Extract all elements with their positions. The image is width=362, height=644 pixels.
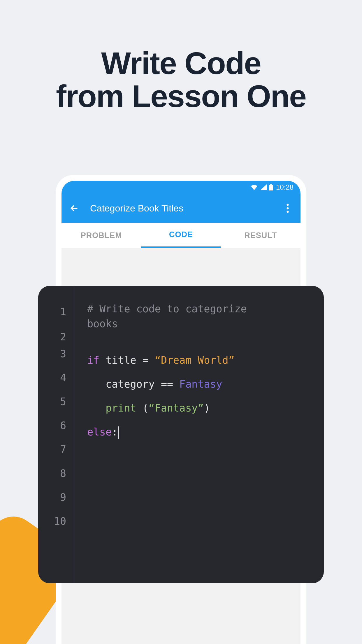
svg-point-3 [287, 207, 289, 209]
headline-line-1: Write Code [0, 47, 362, 80]
code-line: # Write code to categorize [87, 300, 324, 318]
line-number: 3 [38, 342, 74, 366]
paren: ) [204, 402, 210, 414]
headline-line-2: from Lesson One [0, 80, 362, 113]
line-number: 10 [38, 509, 74, 533]
string-literal: “Fantasy” [149, 402, 204, 414]
svg-rect-1 [270, 184, 272, 185]
wifi-icon [250, 184, 258, 190]
variable: title [99, 354, 143, 366]
code-line: category == Fantasy [87, 372, 324, 396]
svg-rect-0 [269, 185, 273, 190]
code-line: print (“Fantasy”) [87, 396, 324, 420]
keyword: else [87, 426, 112, 438]
variable: category [106, 378, 161, 390]
more-vertical-icon [287, 204, 289, 213]
comment-text: # Write code to categorize [87, 303, 247, 315]
function-name: print [106, 402, 136, 414]
keyword: if [87, 354, 99, 366]
code-line: if title = “Dream World” [87, 348, 324, 372]
line-number: 5 [38, 390, 74, 414]
value: Fantasy [173, 378, 222, 390]
line-number: 7 [38, 438, 74, 461]
line-number: 9 [38, 485, 74, 509]
code-line: else: [87, 420, 324, 444]
line-number: 8 [38, 461, 74, 485]
comment-text: books [87, 318, 118, 330]
code-line: books [87, 318, 324, 336]
svg-point-2 [287, 204, 289, 206]
tab-result[interactable]: RESULT [221, 223, 301, 248]
tab-problem[interactable]: PROBLEM [61, 223, 141, 248]
tabs: PROBLEM CODE RESULT [61, 223, 301, 248]
indent [87, 402, 106, 414]
app-bar: Categorize Book Titles [61, 194, 301, 223]
operator: = [143, 354, 149, 366]
svg-point-4 [287, 211, 289, 213]
code-area[interactable]: # Write code to categorize books if titl… [74, 286, 324, 583]
tab-code[interactable]: CODE [141, 223, 221, 248]
string-literal: “Dream World” [149, 354, 235, 366]
more-button[interactable] [282, 202, 294, 214]
app-bar-title: Categorize Book Titles [90, 203, 282, 214]
text-cursor [118, 426, 119, 439]
arrow-left-icon [69, 203, 80, 214]
operator: == [161, 378, 173, 390]
paren: ( [136, 402, 149, 414]
line-number: 4 [38, 366, 74, 390]
line-number-gutter: 1 2 3 4 5 6 7 8 9 10 [38, 286, 74, 583]
line-number: 1 [38, 300, 74, 324]
code-editor[interactable]: 1 2 3 4 5 6 7 8 9 10 # Write code to cat… [38, 286, 324, 583]
indent [87, 378, 106, 390]
status-bar: 10:28 [61, 181, 301, 194]
code-line [87, 336, 324, 348]
back-button[interactable] [68, 202, 80, 214]
colon: : [112, 426, 118, 438]
line-number: 2 [38, 324, 74, 342]
line-number: 6 [38, 414, 74, 438]
signal-icon [260, 184, 267, 190]
headline: Write Code from Lesson One [0, 0, 362, 113]
status-icons [250, 184, 273, 190]
battery-icon [269, 184, 273, 190]
status-time: 10:28 [276, 183, 294, 191]
